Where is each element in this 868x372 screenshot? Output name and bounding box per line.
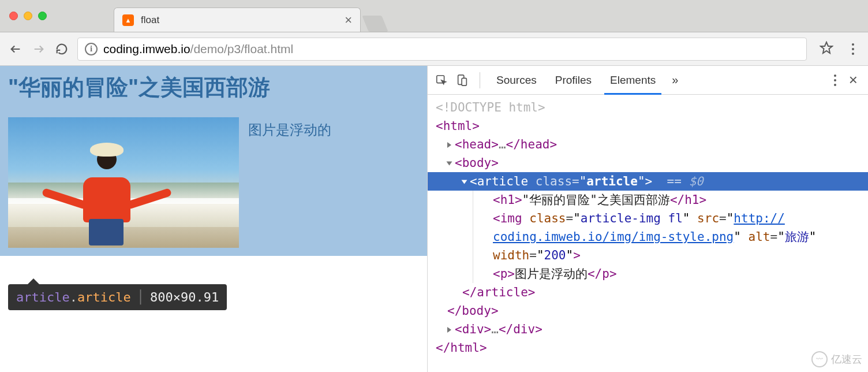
watermark-icon: 〰 (811, 351, 828, 367)
close-window-button[interactable] (9, 12, 18, 20)
toolbar: i coding.imweb.io/demo/p3/float.html (0, 32, 868, 66)
dom-article-close[interactable]: </article> (428, 283, 868, 302)
dom-img-line3[interactable]: width="200"> (485, 246, 868, 265)
dom-tree[interactable]: <!DOCTYPE html> <html> <head>…</head> <b… (428, 95, 868, 372)
article-body: 图片是浮动的 (0, 109, 427, 256)
tab-elements[interactable]: Elements (604, 66, 661, 94)
browser-menu-icon[interactable] (852, 43, 854, 55)
forward-button[interactable] (31, 42, 46, 57)
page-viewport: "华丽的冒险"之美国西部游 图片是浮动的 (0, 66, 427, 372)
devtools-tabs: Sources Profiles Elements » × (428, 66, 868, 95)
device-toggle-icon[interactable] (455, 73, 469, 87)
dom-div[interactable]: <div>…</div> (428, 320, 868, 338)
dom-p[interactable]: <p>图片是浮动的</p> (485, 265, 868, 283)
maximize-window-button[interactable] (38, 12, 47, 20)
titlebar: ▲ float × (0, 0, 868, 32)
dom-head[interactable]: <head>…</head> (428, 135, 868, 154)
bookmark-icon[interactable] (820, 41, 833, 57)
dom-h1[interactable]: <h1>"华丽的冒险"之美国西部游</h1> (485, 191, 868, 209)
svg-rect-2 (462, 78, 466, 85)
inspect-icon[interactable] (435, 73, 448, 87)
tab-profiles[interactable]: Profiles (549, 66, 597, 94)
url-path: /demo/p3/float.html (190, 42, 294, 55)
close-tab-icon[interactable]: × (345, 13, 352, 28)
reload-button[interactable] (54, 42, 69, 57)
dom-img[interactable]: <img class="article-img fl" src="http:// (485, 209, 868, 228)
tooltip-tag: article (16, 290, 70, 304)
new-tab-button[interactable] (362, 16, 388, 32)
browser-tab[interactable]: ▲ float × (114, 8, 361, 32)
devtools-menu-icon[interactable] (834, 75, 836, 86)
article-h1-highlight: "华丽的冒险"之美国西部游 (0, 66, 427, 109)
minimize-window-button[interactable] (24, 12, 32, 20)
dom-body-close[interactable]: </body> (428, 302, 868, 320)
article-paragraph: 图片是浮动的 (248, 121, 331, 139)
dom-doctype: <!DOCTYPE html> (436, 101, 545, 114)
watermark: 〰 亿速云 (811, 351, 862, 367)
article-image (8, 117, 239, 248)
url-domain: coding.imweb.io (103, 42, 190, 55)
watermark-text: 亿速云 (831, 352, 862, 366)
favicon-icon: ▲ (122, 14, 134, 26)
article-h1: "华丽的冒险"之美国西部游 (8, 73, 419, 102)
tab-title: float (141, 14, 338, 26)
tooltip-dimensions: 800×90.91 (150, 290, 219, 304)
tabs-overflow-icon[interactable]: » (672, 73, 678, 87)
address-bar[interactable]: i coding.imweb.io/demo/p3/float.html (77, 38, 807, 61)
devtools-panel: Sources Profiles Elements » × <!DOCTYPE … (427, 66, 868, 372)
dom-article-selected[interactable]: ••• <article class="article"> == $0 (428, 172, 868, 191)
dom-img-line2[interactable]: coding.imweb.io/img/img-style.png" alt="… (485, 228, 868, 246)
article-element[interactable]: "华丽的冒险"之美国西部游 图片是浮动的 (0, 66, 427, 256)
tooltip-class: article (77, 290, 131, 304)
tab-sources[interactable]: Sources (491, 66, 542, 94)
site-info-icon[interactable]: i (85, 43, 98, 55)
dom-body[interactable]: <body> (428, 154, 868, 172)
devtools-close-icon[interactable]: × (849, 71, 858, 89)
element-tooltip: article.article │ 800×90.91 (8, 284, 227, 310)
traffic-lights (0, 12, 56, 20)
back-button[interactable] (8, 42, 23, 57)
